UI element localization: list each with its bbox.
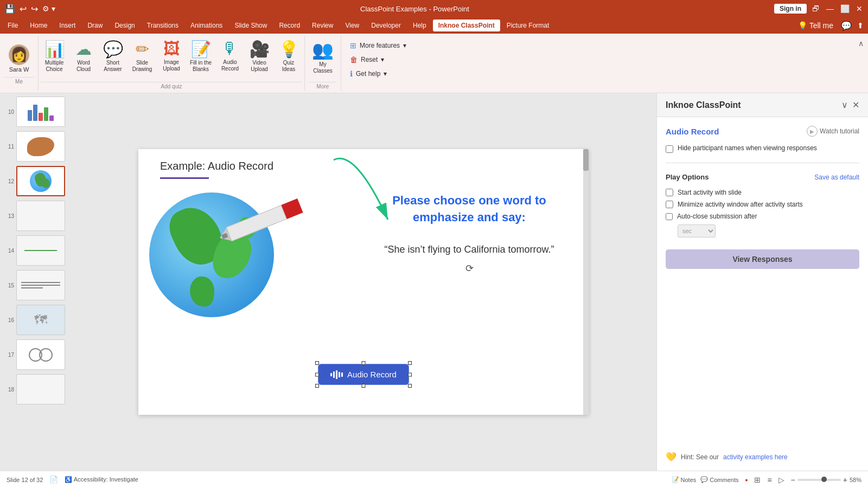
quiz-ideas-icon: 💡 bbox=[279, 40, 299, 59]
word-cloud-button[interactable]: ☁ WordCloud bbox=[70, 38, 97, 74]
maximize-icon[interactable]: ⬜ bbox=[839, 3, 851, 14]
restore-icon[interactable]: 🗗 bbox=[811, 3, 821, 14]
menu-design[interactable]: Design bbox=[109, 20, 140, 31]
panel-close-button[interactable]: ✕ bbox=[852, 100, 859, 110]
reading-view-button[interactable]: ≡ bbox=[765, 474, 774, 485]
watch-tutorial-label: Watch tutorial bbox=[820, 127, 859, 135]
slide-thumb-10[interactable]: 10 bbox=[2, 95, 68, 128]
canvas-scrollbar-v[interactable] bbox=[583, 149, 589, 415]
menu-view[interactable]: View bbox=[340, 20, 365, 31]
wave-bar-1 bbox=[330, 373, 332, 376]
slide-thumb-14[interactable]: 14 bbox=[2, 234, 68, 267]
notes-view-icon[interactable]: 📄 bbox=[49, 476, 58, 484]
reset-button[interactable]: 🗑 Reset ▾ bbox=[348, 54, 386, 65]
slide-drawing-button[interactable]: ✏ SlideDrawing bbox=[129, 38, 156, 74]
slide-thumb-13[interactable]: 13 bbox=[2, 200, 68, 232]
minimize-icon[interactable]: — bbox=[825, 3, 835, 14]
close-icon[interactable]: ✕ bbox=[855, 3, 864, 14]
slide-image-16: 🗺 bbox=[16, 305, 65, 335]
globe-sphere bbox=[149, 192, 274, 317]
undo-icon[interactable]: ↩ bbox=[20, 4, 27, 14]
hide-names-label: Hide participant names when viewing resp… bbox=[678, 144, 817, 152]
save-icon[interactable]: 💾 bbox=[4, 4, 15, 14]
app-title: ClassPoint Examples - PowerPoint bbox=[360, 5, 469, 13]
hint-link[interactable]: activity examples here bbox=[723, 453, 788, 461]
get-help-button[interactable]: ℹ Get help ▾ bbox=[348, 68, 389, 79]
plus-icon: ⊞ bbox=[350, 41, 356, 50]
profile-button[interactable]: 👩 Sara W bbox=[3, 41, 35, 76]
slide-image-17 bbox=[16, 339, 65, 370]
bar2 bbox=[33, 105, 37, 121]
reset-label: Reset bbox=[361, 56, 378, 63]
audio-record-slide-button[interactable]: Audio Record bbox=[318, 364, 409, 385]
handle-mr bbox=[408, 373, 412, 376]
menu-review[interactable]: Review bbox=[307, 20, 339, 31]
menu-draw[interactable]: Draw bbox=[82, 20, 108, 31]
menu-transitions[interactable]: Transitions bbox=[142, 20, 184, 31]
short-answer-button[interactable]: 💬 ShortAnswer bbox=[99, 38, 126, 74]
slide-thumb-17[interactable]: 17 bbox=[2, 338, 68, 371]
comments-icon: 💬 bbox=[700, 476, 708, 483]
slide-thumb-11[interactable]: 11 bbox=[2, 130, 68, 163]
lightbulb-icon[interactable]: 💡 Tell me bbox=[794, 21, 838, 30]
menu-inknoe-classpoint[interactable]: Inknoe ClassPoint bbox=[433, 20, 500, 31]
panel-header: Inknoe ClassPoint ∨ ✕ bbox=[657, 93, 868, 117]
my-classes-icon: 👥 bbox=[312, 40, 334, 60]
fill-blanks-button[interactable]: 📝 Fill in theBlanks bbox=[187, 38, 214, 74]
slide-canvas[interactable]: Example: Audio Record bbox=[138, 149, 589, 415]
my-classes-button[interactable]: 👥 MyClasses bbox=[309, 38, 336, 76]
title-bar-left: 💾 ↩ ↪ ⚙ ▾ bbox=[4, 4, 55, 14]
panel-collapse-button[interactable]: ∨ bbox=[841, 100, 848, 110]
menu-home[interactable]: Home bbox=[24, 20, 53, 31]
menu-picture-format[interactable]: Picture Format bbox=[501, 20, 555, 31]
more-features-button[interactable]: ⊞ More features ▾ bbox=[348, 40, 409, 51]
comments-button[interactable]: 💬 Comments bbox=[700, 476, 738, 483]
slide-thumb-16[interactable]: 16 🗺 bbox=[2, 304, 68, 336]
zoom-out-icon[interactable]: − bbox=[791, 476, 795, 484]
menu-developer[interactable]: Developer bbox=[366, 20, 406, 31]
auto-close-checkbox[interactable] bbox=[666, 213, 673, 220]
handle-bm bbox=[361, 384, 365, 388]
title-bar: 💾 ↩ ↪ ⚙ ▾ ClassPoint Examples - PowerPoi… bbox=[0, 0, 868, 17]
normal-view-button[interactable]: ▪ bbox=[743, 474, 750, 485]
handle-tr bbox=[408, 361, 412, 365]
audio-record-button[interactable]: 🎙 AudioRecord bbox=[216, 38, 244, 74]
sign-in-button[interactable]: Sign in bbox=[774, 4, 807, 14]
view-responses-button[interactable]: View Responses bbox=[666, 249, 859, 269]
menu-insert[interactable]: Insert bbox=[54, 20, 81, 31]
audio-record-container: Audio Record bbox=[318, 364, 409, 385]
notes-button[interactable]: 📝 Notes bbox=[672, 476, 697, 483]
canvas-scrollbar-thumb[interactable] bbox=[583, 149, 589, 171]
minimize-window-checkbox[interactable] bbox=[666, 201, 673, 208]
video-upload-button[interactable]: 🎥 VideoUpload bbox=[246, 38, 273, 74]
image-upload-button[interactable]: 🖼 ImageUpload bbox=[158, 38, 185, 74]
slide-thumb-12[interactable]: 12 bbox=[2, 165, 68, 197]
multiple-choice-button[interactable]: 📊 MultipleChoice bbox=[41, 38, 68, 74]
zoom-track[interactable] bbox=[797, 479, 841, 481]
start-with-slide-checkbox[interactable] bbox=[666, 189, 673, 196]
presenter-view-button[interactable]: ▷ bbox=[776, 474, 787, 485]
menu-help[interactable]: Help bbox=[407, 20, 432, 31]
slide-thumb-18[interactable]: 18 bbox=[2, 373, 68, 406]
menu-slideshow[interactable]: Slide Show bbox=[229, 20, 272, 31]
hide-names-checkbox[interactable] bbox=[666, 145, 673, 153]
slide-sorter-button[interactable]: ⊞ bbox=[752, 474, 763, 485]
sec-select[interactable]: sec bbox=[678, 224, 716, 237]
menu-animations[interactable]: Animations bbox=[185, 20, 228, 31]
slide-num-17: 17 bbox=[3, 352, 14, 358]
share-icon[interactable]: ⬆ bbox=[855, 21, 866, 30]
quiz-ideas-button[interactable]: 💡 QuizIdeas bbox=[275, 38, 302, 74]
menu-record[interactable]: Record bbox=[273, 20, 305, 31]
ribbon-collapse-icon[interactable]: ∧ bbox=[858, 39, 864, 48]
save-as-default-button[interactable]: Save as default bbox=[814, 174, 859, 181]
slide-thumb-15[interactable]: 15 bbox=[2, 269, 68, 301]
watch-tutorial-button[interactable]: ▶ Watch tutorial bbox=[807, 126, 859, 137]
menu-file[interactable]: File bbox=[2, 20, 23, 31]
customize-icon[interactable]: ⚙ ▾ bbox=[42, 4, 55, 13]
short-answer-icon: 💬 bbox=[103, 40, 123, 59]
rotate-icon-area: ⟳ bbox=[366, 262, 572, 274]
comments-icon[interactable]: 💬 bbox=[839, 21, 854, 31]
sec-selector-row: sec bbox=[666, 224, 859, 237]
redo-icon[interactable]: ↪ bbox=[31, 4, 38, 14]
zoom-in-icon[interactable]: + bbox=[843, 476, 847, 484]
